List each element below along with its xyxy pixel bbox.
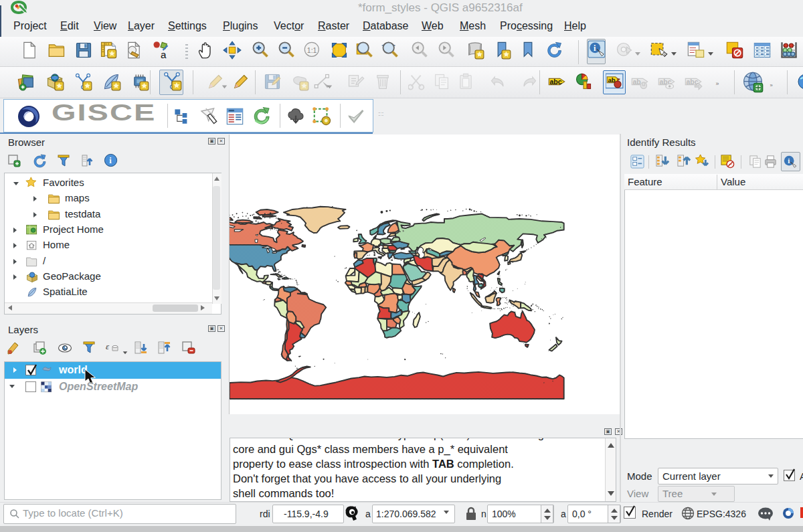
svg-text:1:1: 1:1 bbox=[307, 46, 317, 54]
svg-text:i: i bbox=[788, 157, 790, 165]
svg-text:i: i bbox=[594, 43, 596, 53]
svg-text:»: » bbox=[770, 82, 772, 88]
svg-text:i: i bbox=[109, 156, 112, 165]
svg-text:abc: abc bbox=[550, 78, 562, 86]
svg-text:ε: ε bbox=[106, 341, 110, 351]
svg-text:»: » bbox=[716, 80, 719, 87]
svg-text:abc: abc bbox=[687, 78, 699, 86]
svg-text:ab: ab bbox=[633, 78, 641, 86]
